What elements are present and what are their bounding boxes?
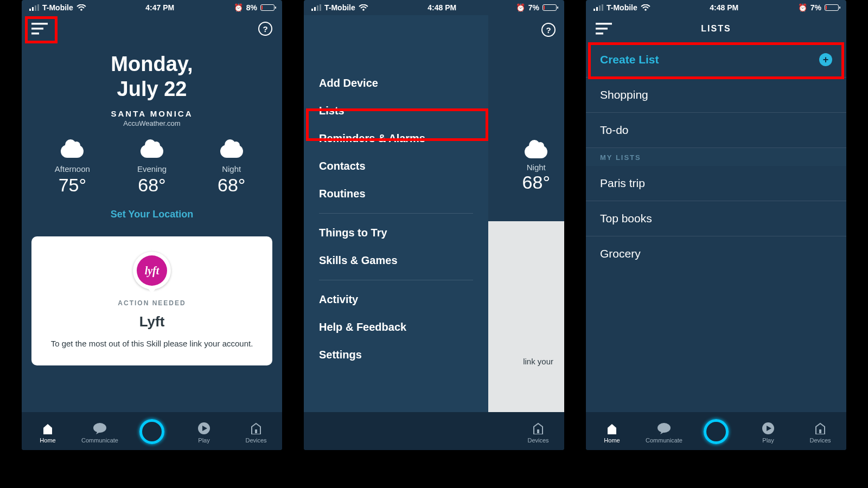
svg-rect-5 <box>31 23 48 25</box>
play-icon <box>178 421 230 435</box>
forecast-temp: 68° <box>112 175 192 196</box>
svg-point-25 <box>658 423 671 433</box>
svg-rect-13 <box>317 5 318 11</box>
drawer-item-lists[interactable]: Lists <box>304 97 488 125</box>
list-item-grocery[interactable]: Grocery <box>586 236 846 271</box>
battery-icon <box>542 4 557 11</box>
tab-label: Devices <box>809 437 831 444</box>
clock: 4:48 PM <box>427 3 456 12</box>
svg-rect-17 <box>593 9 595 11</box>
drawer-item-skills-games[interactable]: Skills & Games <box>304 247 488 274</box>
app-header: LISTS <box>586 15 846 42</box>
page-title: LISTS <box>586 24 846 34</box>
menu-icon[interactable] <box>31 23 48 35</box>
alarm-icon: ⏰ <box>516 3 525 12</box>
alarm-icon: ⏰ <box>798 3 807 12</box>
navigation-drawer: Add Device Lists Reminders & Alarms Cont… <box>304 15 488 412</box>
help-icon[interactable]: ? <box>541 23 556 37</box>
svg-rect-18 <box>596 7 598 11</box>
alarm-icon: ⏰ <box>234 3 243 12</box>
drawer-item-activity[interactable]: Activity <box>304 286 488 313</box>
forecast-label: Evening <box>112 164 192 174</box>
screen-drawer: T-Mobile 4:48 PM ⏰ 7% ? Night 68° link y… <box>304 0 564 450</box>
screen-home: T-Mobile 4:47 PM ⏰ 8% ? Monday, July 22 … <box>22 0 282 450</box>
cloud-moon-icon <box>522 145 550 158</box>
svg-rect-3 <box>37 4 39 11</box>
list-item-shopping[interactable]: Shopping <box>586 78 846 113</box>
clock: 4:48 PM <box>710 3 738 12</box>
wifi-icon <box>359 4 368 11</box>
background-card: link your <box>488 221 564 412</box>
clock: 4:47 PM <box>145 3 174 12</box>
skill-card-lyft[interactable]: lyft ACTION NEEDED Lyft To get the most … <box>31 236 272 365</box>
drawer-item-things-to-try[interactable]: Things to Try <box>304 219 488 247</box>
tab-home[interactable]: Home <box>22 421 74 444</box>
status-bar: T-Mobile 4:48 PM ⏰ 7% <box>586 0 846 15</box>
svg-rect-2 <box>35 5 36 11</box>
tab-label: Communicate <box>646 437 682 444</box>
forecast-temp: 68° <box>192 175 271 196</box>
forecast-label: Night <box>192 164 271 174</box>
tab-alexa[interactable] <box>126 425 178 440</box>
create-list-button[interactable]: Create List + <box>586 42 846 78</box>
tab-devices[interactable]: Devices <box>794 421 846 444</box>
drawer-item-reminders-alarms[interactable]: Reminders & Alarms <box>304 125 488 152</box>
svg-point-15 <box>362 9 365 11</box>
tab-label: Home <box>40 437 55 444</box>
list-item-top-books[interactable]: Top books <box>586 201 846 236</box>
chat-icon <box>638 421 690 435</box>
cloud-sun-icon <box>33 142 112 161</box>
home-icon <box>22 421 74 435</box>
background-content: ? Night 68° link your <box>488 15 564 412</box>
screen-lists: T-Mobile 4:48 PM ⏰ 7% LISTS Create List … <box>586 0 846 450</box>
create-list-label: Create List <box>600 53 659 66</box>
drawer-item-contacts[interactable]: Contacts <box>304 152 488 180</box>
date-line-1: Monday, <box>22 52 282 77</box>
plus-icon: + <box>819 53 832 66</box>
section-header-my-lists: MY LISTS <box>586 148 846 166</box>
skill-description: To get the most out of this Skill please… <box>44 338 259 350</box>
battery-pct: 8% <box>246 3 257 12</box>
tab-alexa[interactable] <box>690 425 742 440</box>
drawer-item-routines[interactable]: Routines <box>304 180 488 208</box>
tab-home[interactable]: Home <box>586 421 638 444</box>
action-needed-label: ACTION NEEDED <box>44 299 259 307</box>
tab-play[interactable]: Play <box>742 421 794 444</box>
forecast-afternoon: Afternoon 75° <box>33 142 112 196</box>
svg-rect-0 <box>29 9 31 11</box>
drawer-item-settings[interactable]: Settings <box>304 341 488 369</box>
forecast-temp: 75° <box>33 175 112 196</box>
battery-pct: 7% <box>810 3 821 12</box>
drawer-item-add-device[interactable]: Add Device <box>304 69 488 97</box>
tab-play[interactable]: Play <box>178 421 230 444</box>
svg-rect-14 <box>320 4 321 11</box>
tab-devices[interactable]: Devices <box>512 421 564 444</box>
svg-rect-6 <box>31 28 43 30</box>
alexa-ring-icon <box>690 425 742 439</box>
battery-icon <box>825 4 839 11</box>
help-icon[interactable]: ? <box>258 22 272 36</box>
tab-communicate[interactable]: Communicate <box>638 421 690 444</box>
tab-bar: Devices <box>304 412 564 450</box>
svg-rect-12 <box>314 7 316 11</box>
tab-communicate[interactable]: Communicate <box>74 421 126 444</box>
tab-label: Devices <box>245 437 266 444</box>
drawer-item-help-feedback[interactable]: Help & Feedback <box>304 313 488 341</box>
drawer-separator <box>319 213 473 214</box>
set-location-link[interactable]: Set Your Location <box>22 209 282 220</box>
tab-devices[interactable]: Devices <box>230 421 282 444</box>
status-bar: T-Mobile 4:47 PM ⏰ 8% <box>22 0 282 15</box>
forecast-row: Afternoon 75° Evening 68° Night 68° <box>22 142 282 196</box>
play-icon <box>742 421 794 435</box>
cloud-moon-icon <box>112 142 192 161</box>
forecast-evening: Evening 68° <box>112 142 192 196</box>
lyft-logo-text: lyft <box>137 255 167 286</box>
svg-rect-27 <box>819 429 821 433</box>
list-item-paris-trip[interactable]: Paris trip <box>586 166 846 201</box>
svg-rect-11 <box>311 9 313 11</box>
svg-point-21 <box>644 9 647 11</box>
date-line-2: July 22 <box>22 77 282 102</box>
list-item-todo[interactable]: To-do <box>586 113 846 148</box>
signal-icon <box>311 4 321 11</box>
devices-icon <box>230 421 282 435</box>
